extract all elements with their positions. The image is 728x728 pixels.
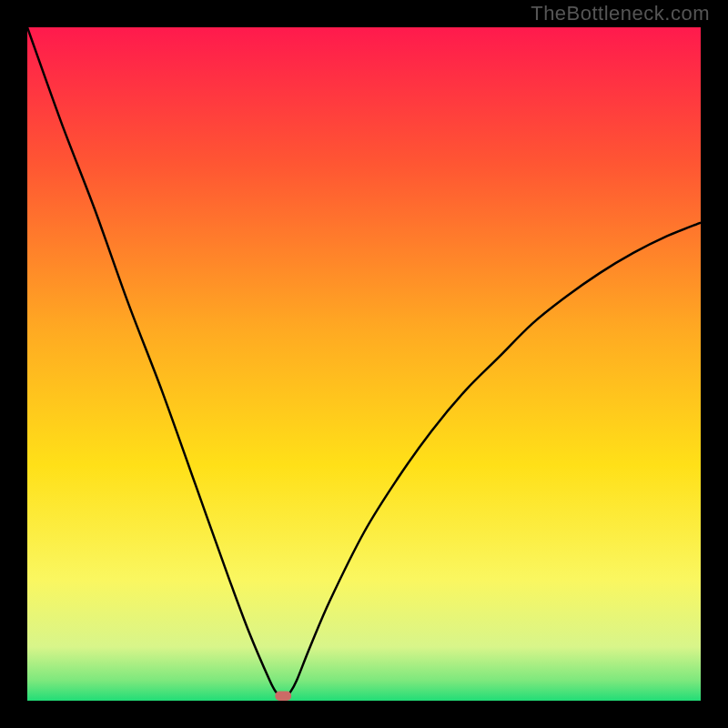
gradient-background — [27, 27, 701, 701]
bottleneck-chart — [27, 27, 701, 701]
chart-container: TheBottleneck.com — [0, 0, 728, 728]
optimum-marker — [275, 692, 291, 701]
watermark-text: TheBottleneck.com — [531, 2, 710, 25]
